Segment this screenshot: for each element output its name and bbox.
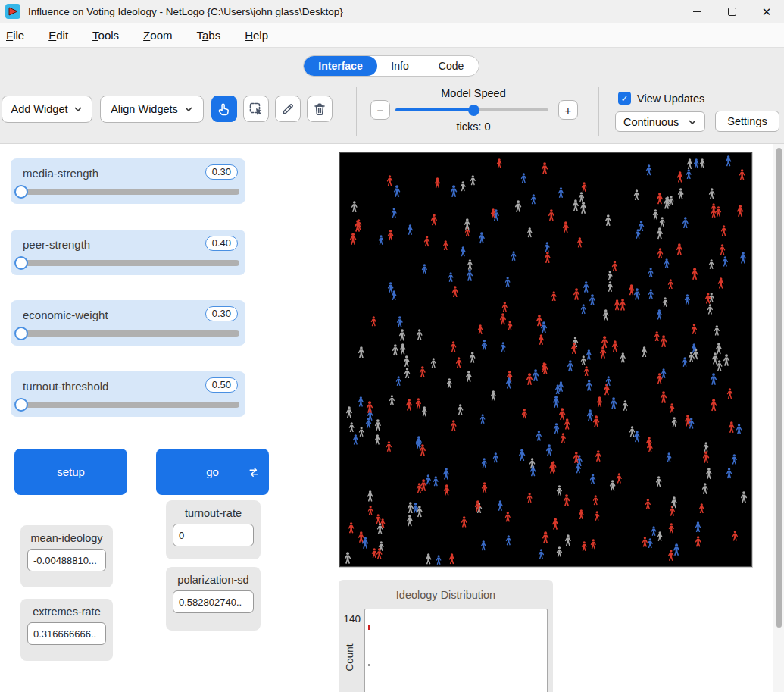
person-agent	[403, 355, 411, 367]
person-agent	[415, 436, 423, 448]
slider-value: 0.40	[205, 236, 238, 251]
person-agent	[570, 343, 578, 354]
chevron-down-icon	[688, 119, 697, 125]
slider-track[interactable]	[18, 402, 239, 408]
close-icon: ✕	[762, 6, 772, 17]
model-speed-slider[interactable]	[395, 108, 548, 111]
plot-ideology-distribution: Ideology Distribution 140 Count	[339, 580, 553, 692]
person-agent	[552, 396, 560, 408]
person-agent	[604, 214, 612, 226]
person-agent	[526, 227, 533, 238]
monitor-label: polarization-sd	[166, 574, 261, 586]
person-agent	[442, 468, 450, 480]
person-agent	[430, 358, 437, 368]
select-widgets-button[interactable]	[243, 96, 269, 122]
align-widgets-dropdown[interactable]: Align Widgets	[100, 96, 204, 123]
add-widget-label: Add Widget	[11, 103, 68, 115]
slider-track[interactable]	[18, 260, 239, 266]
setup-button[interactable]: setup	[14, 449, 127, 495]
hand-pointer-icon	[217, 102, 232, 117]
person-agent	[633, 431, 641, 443]
person-agent	[556, 485, 563, 496]
speed-faster-button[interactable]: +	[558, 100, 578, 120]
person-agent	[671, 417, 677, 427]
slider-thumb[interactable]	[14, 327, 28, 340]
person-agent	[562, 221, 570, 233]
edit-widget-button[interactable]	[275, 96, 301, 122]
person-agent	[652, 209, 659, 220]
setup-label: setup	[57, 465, 85, 478]
go-label: go	[206, 465, 219, 478]
plot-area	[364, 609, 548, 692]
slider-thumb[interactable]	[14, 398, 28, 412]
slider-track[interactable]	[18, 189, 239, 195]
slider-track[interactable]	[18, 330, 239, 337]
person-agent	[466, 269, 473, 281]
person-agent	[691, 324, 698, 334]
slider-thumb[interactable]	[14, 185, 28, 199]
update-mode-dropdown[interactable]: Continuous	[615, 111, 705, 132]
menu-zoom[interactable]: Zoom	[143, 26, 172, 45]
person-agent	[392, 344, 399, 355]
slider-value: 0.30	[205, 306, 238, 321]
maximize-button[interactable]	[714, 0, 749, 23]
plot-pen-mark	[368, 625, 370, 630]
plot-ylabel: Count	[344, 635, 355, 681]
person-agent	[716, 360, 723, 371]
speed-slider-thumb[interactable]	[468, 105, 479, 116]
person-agent	[446, 378, 452, 389]
person-agent	[728, 421, 736, 433]
slider-thumb[interactable]	[14, 256, 28, 270]
person-agent	[467, 259, 473, 270]
menu-tools[interactable]: Tools	[92, 26, 119, 45]
add-widget-dropdown[interactable]: Add Widget	[2, 96, 92, 123]
tab-interface[interactable]: Interface	[304, 56, 377, 76]
toolbar-area: Interface Info Code Add Widget Align Wid…	[0, 47, 784, 144]
vertical-scrollbar[interactable]	[773, 144, 784, 692]
person-agent	[386, 175, 393, 186]
person-agent	[348, 522, 355, 534]
monitor-mean-ideology: mean-ideology -0.00488810...	[20, 525, 113, 587]
minimize-button[interactable]	[679, 0, 714, 23]
person-agent	[490, 208, 496, 218]
scrollbar-thumb[interactable]	[776, 148, 782, 628]
person-agent	[668, 196, 674, 205]
chevron-down-icon	[184, 106, 193, 112]
person-agent	[666, 452, 672, 462]
person-agent	[501, 302, 508, 312]
person-agent	[609, 480, 616, 491]
person-agent	[421, 264, 428, 274]
menu-bar: File Edit Tools Zoom Tabs Help	[0, 23, 784, 47]
person-agent	[704, 293, 711, 304]
person-agent	[416, 483, 423, 493]
person-agent	[695, 536, 701, 547]
person-agent	[544, 242, 550, 252]
go-button[interactable]: go	[156, 449, 269, 495]
person-agent	[607, 271, 613, 280]
interact-hand-button[interactable]	[211, 96, 237, 122]
delete-widget-button[interactable]	[307, 96, 333, 122]
person-agent	[731, 454, 738, 465]
view-updates-checkbox[interactable]: ✓	[618, 92, 631, 105]
slider-value: 0.50	[205, 377, 238, 393]
menu-tabs[interactable]: Tabs	[196, 26, 220, 45]
person-agent	[673, 543, 680, 556]
monitor-polarization-sd: polarization-sd 0.582802740..	[166, 567, 261, 631]
menu-edit[interactable]: Edit	[48, 26, 68, 45]
person-agent	[740, 491, 748, 503]
person-agent	[670, 496, 678, 509]
person-agent	[398, 329, 406, 341]
tab-info[interactable]: Info	[377, 56, 423, 76]
close-button[interactable]: ✕	[749, 0, 784, 23]
tab-code[interactable]: Code	[423, 56, 479, 76]
menu-help[interactable]: Help	[245, 26, 268, 45]
person-agent	[554, 384, 561, 395]
menu-file[interactable]: File	[6, 26, 24, 45]
person-agent	[594, 511, 600, 521]
settings-button[interactable]: Settings	[715, 111, 779, 132]
person-agent	[419, 366, 426, 377]
speed-slower-button[interactable]: −	[370, 100, 390, 120]
person-agent	[648, 289, 654, 299]
person-agent	[370, 316, 377, 327]
person-agent	[732, 531, 739, 541]
